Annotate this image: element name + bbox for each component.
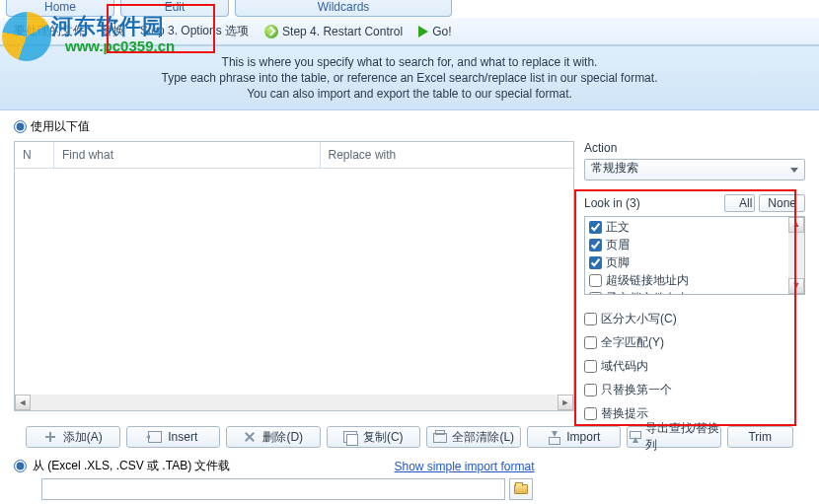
scroll-right-icon[interactable]: ► [558,395,573,410]
copy-icon [343,431,357,443]
lookin-all-button[interactable]: All [724,194,755,212]
use-values-radio[interactable] [14,120,27,133]
step3-label: Step 3. Options 选项 [140,23,249,39]
tab-home[interactable]: Home [6,0,114,17]
opt-case-checkbox[interactable] [584,313,597,325]
grid-h-scrollbar[interactable]: ◄ ► [15,395,573,410]
grid-button-row: 添加(A) Insert 删除(D) 复制(C) 全部清除(L) Import … [0,422,819,452]
copy-button[interactable]: 复制(C) [327,426,421,448]
clear-all-button[interactable]: 全部清除(L) [426,426,521,448]
opt-first-row[interactable]: 只替换第一个 [584,382,805,398]
col-n[interactable]: N [15,142,54,168]
trim-button[interactable]: Trim [727,426,793,448]
import-from-row: 从 (Excel .XLS, .CSV 或 .TAB) 文件载 Show sim… [0,452,819,474]
scroll-v-track[interactable] [788,233,804,278]
lookin-none-button[interactable]: None [759,194,805,212]
delete-icon [243,431,257,443]
banner-line-3: You can also import and export the table… [10,86,809,102]
tab-edit[interactable]: Edit [120,0,229,17]
scroll-track[interactable] [31,396,558,409]
match-options: 区分大小写(C) 全字匹配(Y) 域代码内 只替换第一个 替换提示 [584,311,805,422]
export-button[interactable]: 导出查找/替换列 [627,426,721,448]
use-values-radio-row: 使用以下值 [0,110,819,141]
add-icon [43,431,57,443]
lookin-v-scrollbar[interactable]: ▲ ▼ [788,217,804,294]
lookin-item-checkbox[interactable] [589,221,602,234]
opt-whole-row[interactable]: 全字匹配(Y) [584,334,805,351]
add-button[interactable]: 添加(A) [26,426,120,448]
copy-label: 复制(C) [363,429,404,446]
export-label: 导出查找/替换列 [645,420,719,454]
import-icon [547,431,560,443]
lookin-item-checkbox[interactable] [589,239,602,252]
replace-button[interactable]: 替换 [95,21,130,41]
tab-wildcards[interactable]: Wildcards [235,0,452,17]
delete-label: 删除(D) [262,429,303,446]
scroll-up-icon[interactable]: ▲ [788,217,804,233]
opt-field-label: 域代码内 [601,358,648,375]
opt-whole-label: 全字匹配(Y) [601,334,664,351]
lookin-item-label: 正文 [606,219,630,236]
grid-body[interactable] [15,169,573,395]
lookin-item-checkbox[interactable] [589,256,602,269]
clear-label: 全部清除(L) [452,429,514,446]
action-select[interactable]: 常规搜索 [584,159,805,180]
use-values-label: 使用以下值 [31,118,90,135]
lookin-item-label: 子文档文件名内 [606,290,689,294]
lookin-item[interactable]: 超级链接地址内 [589,272,784,289]
lookin-item-label: 超级链接地址内 [606,272,689,289]
import-label: Import [566,430,600,444]
restart-icon [264,25,278,38]
step3-options-button[interactable]: Step 3. Options 选项 [134,21,255,41]
import-from-file-radio[interactable] [14,460,27,472]
opt-whole-checkbox[interactable] [584,336,597,349]
lookin-list[interactable]: 正文页眉页脚超级链接地址内子文档文件名内图形/文本框内 [585,217,788,294]
step4-label: Step 4. Restart Control [282,25,403,38]
lookin-item[interactable]: 页脚 [589,254,784,271]
opt-field-row[interactable]: 域代码内 [584,358,805,375]
go-label: Go! [432,25,451,38]
import-path-input[interactable] [41,478,505,500]
lookin-label: Look in (3) [584,196,640,210]
import-button[interactable]: Import [527,426,622,448]
browse-button[interactable] [509,478,533,500]
opt-first-checkbox[interactable] [584,384,597,396]
export-icon [628,431,639,443]
folder-icon [514,484,528,494]
clear-icon [432,431,446,443]
opt-case-label: 区分大小写(C) [601,311,677,327]
add-label: 添加(A) [63,429,103,446]
go-button[interactable]: Go! [412,23,457,40]
lookin-item-checkbox[interactable] [589,292,602,294]
step-toolbar: 要处理的文件 替换 Step 3. Options 选项 Step 4. Res… [0,18,819,45]
lookin-item-label: 页脚 [606,254,630,271]
opt-prompt-label: 替换提示 [601,405,648,422]
lookin-item[interactable]: 子文档文件名内 [589,290,784,294]
lookin-item[interactable]: 正文 [589,219,784,236]
opt-first-label: 只替换第一个 [601,382,672,398]
lookin-item-label: 页眉 [606,237,630,253]
replace-label: 替换 [101,23,124,39]
step4-restart-button[interactable]: Step 4. Restart Control [259,23,409,40]
files-to-process-button[interactable]: 要处理的文件 [8,21,91,41]
scroll-left-icon[interactable]: ◄ [15,395,31,410]
opt-field-checkbox[interactable] [584,360,597,373]
scroll-down-icon[interactable]: ▼ [788,278,804,294]
top-tab-row: Home Edit Wildcards [0,0,819,18]
col-find-what[interactable]: Find what [54,142,321,168]
insert-button[interactable]: Insert [126,426,221,448]
info-banner: This is where you specify what to search… [0,45,819,110]
show-import-format-link[interactable]: Show simple import format [394,460,534,473]
lookin-item[interactable]: 页眉 [589,237,784,253]
banner-line-1: This is where you specify what to search… [10,54,809,70]
delete-button[interactable]: 删除(D) [226,426,321,448]
opt-prompt-checkbox[interactable] [584,407,597,420]
col-replace-with[interactable]: Replace with [321,142,573,168]
find-replace-grid[interactable]: N Find what Replace with ◄ ► [14,141,574,411]
lookin-item-checkbox[interactable] [589,274,602,287]
opt-case-row[interactable]: 区分大小写(C) [584,311,805,327]
trim-label: Trim [748,430,772,444]
options-panel: Action 常规搜索 Look in (3) All None 正文页眉页脚超… [584,141,805,422]
insert-label: Insert [168,430,197,444]
import-from-file-label: 从 (Excel .XLS, .CSV 或 .TAB) 文件载 [33,458,230,474]
